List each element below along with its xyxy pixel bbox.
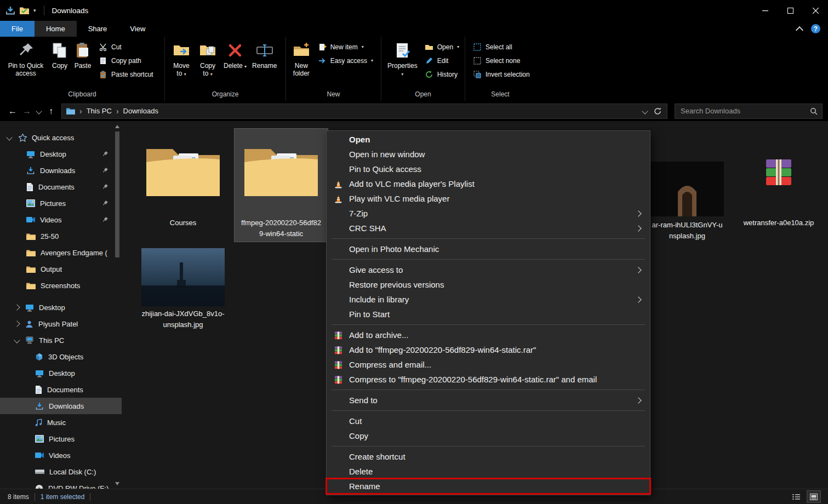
move-to-button[interactable]: Move to ▾ xyxy=(168,39,195,78)
sidebar-item-local-disk-c[interactable]: Local Disk (C:) xyxy=(0,463,122,480)
close-button[interactable] xyxy=(803,0,828,21)
menu-item-7zip[interactable]: 7-Zip xyxy=(327,206,650,221)
address-dropdown-icon[interactable] xyxy=(642,108,648,114)
sidebar-item-videos-pc[interactable]: Videos xyxy=(0,447,122,463)
back-button[interactable]: ← xyxy=(5,104,20,118)
menu-item-add-to-vlc-playlist[interactable]: Add to VLC media player's Playlist xyxy=(327,176,650,191)
menu-item-compress-and-email[interactable]: Compress and email... xyxy=(327,357,650,372)
menu-item-include-in-library[interactable]: Include in library xyxy=(327,292,650,307)
copy-path-button[interactable]: Copy path xyxy=(94,54,158,67)
copy-to-button[interactable]: Copy to ▾ xyxy=(195,39,221,78)
tab-view[interactable]: View xyxy=(118,21,157,37)
new-folder-button[interactable]: New folder xyxy=(289,39,313,78)
sidebar-item-downloads-pc[interactable]: Downloads xyxy=(0,398,122,414)
sidebar-item-pictures-pc[interactable]: Pictures xyxy=(0,431,122,447)
up-button[interactable]: ↑ xyxy=(44,104,58,118)
rename-button[interactable]: Rename xyxy=(249,39,279,70)
sidebar-scrollbar[interactable] xyxy=(114,122,121,488)
thumbnails-view-button[interactable] xyxy=(807,491,820,502)
sidebar-item-desktop-pc[interactable]: Desktop xyxy=(0,365,122,381)
invert-selection-button[interactable]: Invert selection xyxy=(469,67,534,81)
new-item-button[interactable]: New item ▾ xyxy=(313,40,378,54)
sidebar-item-videos-qa[interactable]: Videos xyxy=(0,211,122,228)
file-wetransfer-zip[interactable]: wetransfer-a0e10a.zip xyxy=(733,129,824,231)
sidebar-item-desktop[interactable]: Desktop xyxy=(0,146,122,162)
menu-item-compress-to-named-rar-and-email[interactable]: Compress to "ffmpeg-20200220-56df829-win… xyxy=(327,372,650,387)
select-all-button[interactable]: Select all xyxy=(469,40,534,54)
search-input[interactable] xyxy=(679,106,810,116)
scroll-down-icon[interactable] xyxy=(115,482,119,485)
expand-chevron-icon[interactable] xyxy=(14,337,20,343)
menu-item-restore-previous-versions[interactable]: Restore previous versions xyxy=(327,277,650,292)
file-courses[interactable]: Courses xyxy=(138,129,228,231)
collapse-chevron-icon[interactable] xyxy=(14,304,20,310)
menu-item-open-in-photo-mechanic[interactable]: Open in Photo Mechanic xyxy=(327,242,650,256)
menu-item-crc-sha[interactable]: CRC SHA xyxy=(327,221,650,236)
scroll-up-icon[interactable] xyxy=(115,125,119,128)
menu-item-pin-to-start[interactable]: Pin to Start xyxy=(327,307,650,322)
menu-item-delete[interactable]: Delete xyxy=(327,464,650,479)
tab-share[interactable]: Share xyxy=(77,21,119,37)
menu-item-give-access-to[interactable]: Give access to xyxy=(327,262,650,277)
copy-button[interactable]: Copy xyxy=(48,39,71,70)
expand-chevron-icon[interactable] xyxy=(6,134,12,140)
address-bar[interactable]: › This PC › Downloads xyxy=(61,104,667,119)
sidebar-item-avengers-endgame[interactable]: Avengers Endgame ( xyxy=(0,244,122,261)
sidebar-item-screenshots[interactable]: Screenshots xyxy=(0,277,122,294)
sidebar-item-user-piyush-patel[interactable]: Piyush Patel xyxy=(0,316,122,332)
edit-button[interactable]: Edit xyxy=(420,54,464,67)
menu-item-add-to-named-rar[interactable]: Add to "ffmpeg-20200220-56df829-win64-st… xyxy=(327,342,650,357)
qat-dropdown-icon[interactable]: ▾ xyxy=(33,8,36,13)
history-button[interactable]: History xyxy=(420,67,464,81)
sidebar-item-this-pc[interactable]: This PC xyxy=(0,332,122,348)
search-icon[interactable] xyxy=(810,107,818,115)
refresh-icon[interactable] xyxy=(654,107,661,115)
help-icon[interactable]: ? xyxy=(811,24,820,33)
breadcrumb-this-pc[interactable]: This PC xyxy=(87,107,112,115)
menu-item-open[interactable]: Open xyxy=(327,132,650,147)
sidebar-item-downloads-qa[interactable]: Downloads xyxy=(0,162,122,179)
minimize-button[interactable] xyxy=(752,0,778,21)
menu-item-pin-to-quick-access[interactable]: Pin to Quick access xyxy=(327,162,650,176)
collapse-chevron-icon[interactable] xyxy=(14,320,20,327)
search-box[interactable] xyxy=(675,104,823,119)
sidebar-item-25-50[interactable]: 25-50 xyxy=(0,228,122,244)
sidebar-item-music[interactable]: Music xyxy=(0,414,122,431)
tab-file[interactable]: File xyxy=(0,21,35,37)
file-zhijian-image[interactable]: zhijian-dai-JXdVGb_8v1o-unsplash.jpg xyxy=(140,247,226,333)
file-ffmpeg-folder[interactable]: ffmpeg-20200220-56df829-win64-static xyxy=(235,129,328,242)
sidebar-item-desktop-root[interactable]: Desktop xyxy=(0,299,122,316)
tab-home[interactable]: Home xyxy=(35,21,77,37)
sidebar-item-3d-objects[interactable]: 3D Objects xyxy=(0,348,122,365)
open-button[interactable]: Open ▾ xyxy=(420,40,464,54)
menu-item-send-to[interactable]: Send to xyxy=(327,393,650,408)
easy-access-button[interactable]: Easy access ▾ xyxy=(313,54,378,67)
collapse-ribbon-icon[interactable] xyxy=(796,26,803,33)
properties-button[interactable]: Properties ▾ xyxy=(385,39,420,78)
menu-item-rename[interactable]: Rename xyxy=(327,479,650,494)
sidebar-item-documents-qa[interactable]: Documents xyxy=(0,179,122,195)
menu-item-cut[interactable]: Cut xyxy=(327,414,650,428)
forward-button[interactable]: → xyxy=(20,104,34,118)
paste-button[interactable]: Paste xyxy=(71,39,94,70)
details-view-button[interactable] xyxy=(790,491,803,502)
pin-to-quick-access-button[interactable]: Pin to Quick access xyxy=(3,39,48,78)
sidebar-item-pictures-qa[interactable]: Pictures xyxy=(0,195,122,211)
file-arram-image[interactable]: ar-ram-ihULI3tGnVY-unsplash.jpg xyxy=(649,129,726,244)
paste-shortcut-button[interactable]: Paste shortcut xyxy=(94,67,158,81)
menu-item-add-to-archive[interactable]: Add to archive... xyxy=(327,328,650,342)
delete-button[interactable]: Delete ▾ xyxy=(221,39,249,70)
select-none-button[interactable]: Select none xyxy=(469,54,534,67)
sidebar-item-quick-access[interactable]: Quick access xyxy=(0,129,122,146)
cut-button[interactable]: Cut xyxy=(94,40,158,54)
recent-locations-button[interactable] xyxy=(34,104,44,118)
qat-folder-check-icon[interactable] xyxy=(20,7,29,14)
menu-item-copy[interactable]: Copy xyxy=(327,428,650,443)
menu-item-play-with-vlc[interactable]: Play with VLC media player xyxy=(327,191,650,206)
sidebar-item-documents-pc[interactable]: Documents xyxy=(0,381,122,398)
menu-item-create-shortcut[interactable]: Create shortcut xyxy=(327,449,650,464)
sidebar-item-dvd-drive-f[interactable]: DVD RW Drive (F:) xyxy=(0,480,122,489)
scrollbar-thumb[interactable] xyxy=(115,131,119,257)
breadcrumb-downloads[interactable]: Downloads xyxy=(123,107,158,115)
maximize-button[interactable] xyxy=(778,0,803,21)
